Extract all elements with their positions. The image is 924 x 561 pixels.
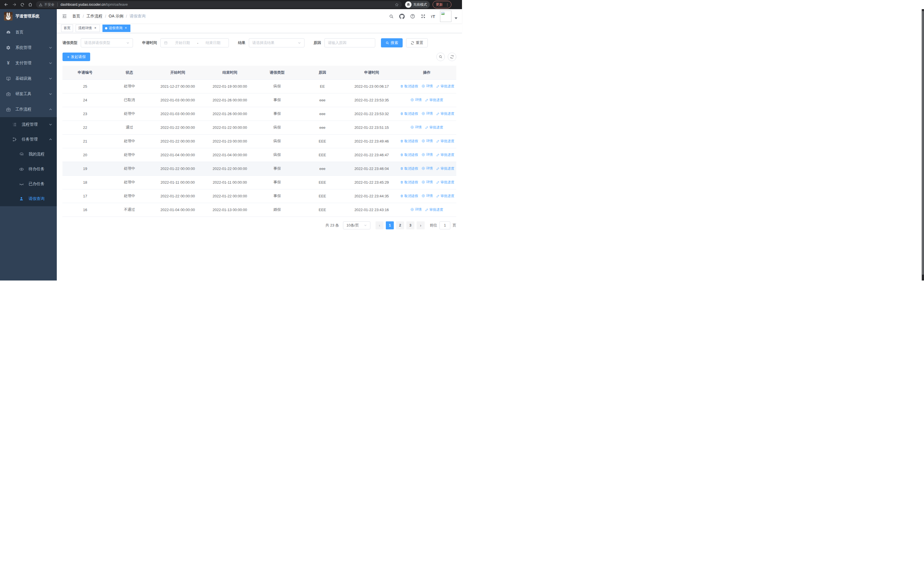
tab-leave-query[interactable]: 请假查询× [102, 24, 130, 32]
detail-action-link[interactable]: 详情 [410, 207, 422, 212]
sidebar-item-leave-query[interactable]: 请假查询 [0, 191, 57, 206]
page-size-select[interactable]: 10条/页 [343, 221, 370, 229]
logo-row[interactable]: 芋道管理系统 [0, 9, 57, 23]
detail-action-link[interactable]: 详情 [422, 84, 433, 89]
start-date-placeholder[interactable]: 开始日期 [170, 40, 195, 45]
action-label: 取消请假 [404, 84, 418, 89]
action-label: 取消请假 [404, 166, 418, 171]
goto-page-input[interactable] [440, 221, 450, 229]
tab-process-detail[interactable]: 流程详情× [76, 24, 100, 32]
sidebar-item-my-process[interactable]: 我的流程 [0, 147, 57, 162]
create-leave-button[interactable]: + 发起请假 [63, 53, 90, 61]
leave-type-select[interactable]: 请选择请假类型 [81, 38, 133, 47]
cell-start-time: 2022-01-11 00:00:00 [151, 175, 204, 189]
sidebar-item-todo-tasks[interactable]: 待办任务 [0, 162, 57, 176]
detail-action-link[interactable]: 详情 [422, 138, 433, 143]
end-date-placeholder[interactable]: 结束日期 [201, 40, 225, 45]
browser-forward-icon[interactable] [10, 1, 18, 9]
reset-button[interactable]: 重置 [406, 38, 428, 47]
font-size-icon[interactable]: TT [431, 14, 435, 18]
progress-action-link[interactable]: 审批进度 [425, 208, 443, 212]
progress-action-link[interactable]: 审批进度 [425, 98, 443, 102]
progress-action-link[interactable]: 审批进度 [436, 139, 454, 144]
address-bar[interactable]: 不安全 dashboard.yudao.iocoder.cn/bpm/oa/le… [36, 1, 402, 8]
refresh-icon[interactable] [448, 53, 456, 61]
next-page-button[interactable]: › [417, 221, 424, 229]
dashboard-icon [6, 30, 11, 35]
browser-update-button[interactable]: 更新 ⋮ [433, 1, 452, 8]
sidebar-item-system-mgmt[interactable]: 系统管理 [0, 40, 57, 56]
breadcrumb-home[interactable]: 首页 [72, 14, 80, 19]
cancel-action-link[interactable]: 取消请假 [400, 166, 418, 171]
progress-action-link[interactable]: 审批进度 [436, 152, 454, 157]
prev-page-button[interactable]: ‹ [375, 221, 384, 229]
sidebar-item-infrastructure[interactable]: 基础设施 [0, 71, 57, 86]
detail-eye-icon [422, 167, 425, 170]
github-icon[interactable] [399, 14, 405, 19]
browser-menu-icon[interactable]: ⋮ [445, 3, 450, 7]
cancel-action-link[interactable]: 取消请假 [400, 111, 418, 116]
detail-action-link[interactable]: 详情 [422, 111, 433, 116]
sidebar-collapse-icon[interactable] [62, 13, 68, 20]
search-icon[interactable] [388, 14, 394, 19]
browser-back-icon[interactable] [2, 1, 10, 9]
progress-action-link[interactable]: 审批进度 [436, 166, 454, 171]
page-button-1[interactable]: 1 [386, 221, 394, 229]
progress-action-link[interactable]: 审批进度 [436, 180, 454, 185]
result-select[interactable]: 请选择流结果 [249, 38, 304, 47]
reason-input[interactable]: 请输入原因 [324, 38, 375, 47]
table-row: 18处理中2022-01-11 00:00:002022-01-11 00:00… [63, 175, 456, 189]
cell-apply-time: 2022-01-22 23:45:29 [346, 175, 397, 189]
sidebar-item-dev-tools[interactable]: 研发工具 [0, 86, 57, 102]
detail-action-link[interactable]: 详情 [422, 193, 433, 198]
action-label: 审批进度 [441, 111, 454, 116]
avatar-caret-icon[interactable] [454, 17, 458, 19]
search-button[interactable]: 搜索 [381, 38, 403, 47]
action-label: 详情 [415, 125, 422, 130]
cell-status: 已取消 [108, 93, 151, 107]
user-avatar[interactable] [440, 11, 452, 22]
sidebar-item-task-mgmt[interactable]: 任务管理 [0, 132, 57, 147]
browser-reload-icon[interactable] [18, 1, 26, 9]
detail-action-link[interactable]: 详情 [422, 166, 433, 171]
cancel-action-link[interactable]: 取消请假 [400, 84, 418, 89]
cell-actions: 取消请假详情审批进度 [397, 189, 456, 203]
fullscreen-icon[interactable] [420, 14, 426, 19]
sidebar-item-home[interactable]: 首页 [0, 24, 57, 40]
detail-action-link[interactable]: 详情 [410, 125, 422, 130]
cancel-action-link[interactable]: 取消请假 [400, 152, 418, 157]
breadcrumb-oa-example[interactable]: OA 示例 [109, 14, 123, 19]
close-icon[interactable]: × [93, 26, 97, 30]
cell-actions: 详情审批进度 [397, 93, 456, 107]
page-button-2[interactable]: 2 [396, 221, 404, 229]
detail-action-link[interactable]: 详情 [422, 152, 433, 157]
detail-action-link[interactable]: 详情 [422, 180, 433, 185]
progress-action-link[interactable]: 审批进度 [436, 194, 454, 199]
breadcrumb-workflow[interactable]: 工作流程 [87, 14, 102, 19]
tab-home[interactable]: 首页 [61, 24, 73, 32]
bookmark-star-icon[interactable] [394, 3, 399, 7]
cancel-action-link[interactable]: 取消请假 [400, 180, 418, 185]
date-range-picker[interactable]: 开始日期 - 结束日期 [160, 38, 229, 47]
sidebar-item-process-mgmt[interactable]: 流程管理 [0, 117, 57, 132]
detail-action-link[interactable]: 详情 [410, 98, 422, 102]
cancel-action-link[interactable]: 取消请假 [400, 194, 418, 199]
edit-icon [436, 194, 440, 198]
progress-action-link[interactable]: 审批进度 [436, 111, 454, 116]
page-button-3[interactable]: 3 [406, 221, 414, 229]
detail-eye-icon [410, 125, 414, 129]
cell-end-time: 2022-01-22 00:00:00 [204, 120, 255, 134]
progress-action-link[interactable]: 审批进度 [425, 125, 443, 130]
close-icon[interactable]: × [124, 26, 128, 30]
cancel-action-link[interactable]: 取消请假 [400, 139, 418, 144]
sidebar-item-payment-mgmt[interactable]: ¥支付管理 [0, 56, 57, 71]
help-icon[interactable] [410, 14, 416, 19]
browser-home-icon[interactable] [26, 1, 34, 9]
action-label: 审批进度 [441, 166, 454, 171]
sidebar-item-done-tasks[interactable]: 已办任务 [0, 176, 57, 191]
sidebar-item-workflow[interactable]: 工作流程 [0, 102, 57, 117]
detail-eye-icon [422, 84, 425, 88]
cell-id: 22 [63, 120, 108, 134]
progress-action-link[interactable]: 审批进度 [436, 84, 454, 89]
show-search-icon[interactable] [436, 53, 445, 61]
